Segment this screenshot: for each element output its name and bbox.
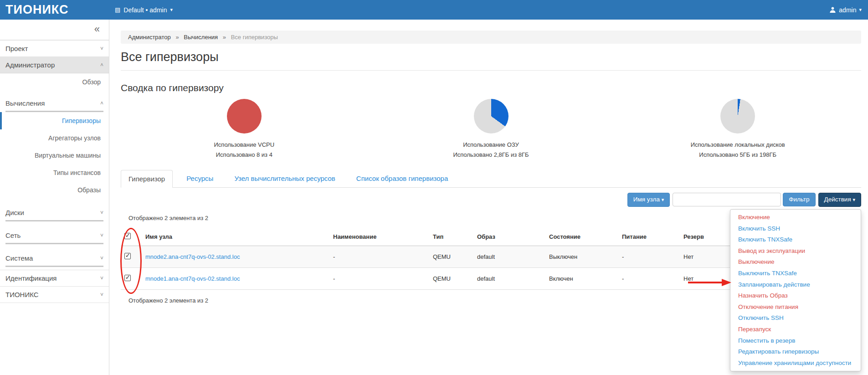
cell-power: - (618, 246, 680, 268)
chevron-down-icon: ˅ (100, 232, 103, 239)
sidebar-group-label: Система (5, 254, 33, 262)
sidebar-item-admin[interactable]: Администратор ˄ (0, 57, 109, 73)
user-icon (829, 6, 836, 13)
sidebar-item-identity[interactable]: Идентификация ˅ (0, 270, 109, 286)
window-icon: ▤ (115, 6, 120, 13)
breadcrumb-current: Все гипервизоры (231, 34, 278, 41)
sidebar-group-compute[interactable]: Вычисления ˄ (5, 95, 103, 112)
column-header-image[interactable]: Образ (473, 228, 545, 246)
sidebar-item-label: Администратор (5, 61, 55, 69)
sidebar-group-label: Вычисления (5, 99, 45, 107)
chart-subtitle: Использовано 5ГБ из 198ГБ (614, 151, 861, 158)
chevron-down-icon: ˅ (100, 46, 103, 52)
actions-button[interactable]: Действия ▾ (818, 193, 861, 207)
sidebar-group-label: Диски (5, 209, 24, 216)
cell-image: default (473, 268, 545, 290)
actions-dropdown-menu: Включение Включить SSH Включить TNXSafe … (730, 209, 861, 371)
menu-item-assign-image[interactable]: Назначить Образ (730, 290, 861, 302)
node-name-link[interactable]: mnode2.ana-cnt7q-ovs-02.stand.loc (145, 253, 240, 260)
context-switcher[interactable]: ▤ Default • admin ▾ (115, 6, 173, 14)
sidebar-item-instances[interactable]: Виртуальные машины (0, 147, 109, 164)
sidebar-item-label: Идентификация (5, 274, 56, 282)
cell-naming: - (329, 268, 429, 290)
breadcrumb-compute[interactable]: Вычисления (184, 34, 218, 41)
menu-item-enable-ssh[interactable]: Включить SSH (730, 223, 861, 235)
menu-item-disable-tnxsafe[interactable]: Выключить TNXSafe (730, 268, 861, 279)
breadcrumb-separator: » (175, 34, 179, 41)
chart-subtitle: Использовано 2,8ГБ из 8ГБ (368, 151, 615, 158)
cell-type: QEMU (429, 246, 473, 268)
column-header-type[interactable]: Тип (429, 228, 473, 246)
menu-item-power-off[interactable]: Выключение (730, 257, 861, 268)
tab-hypervisor-images[interactable]: Список образов гипервизора (349, 170, 455, 188)
sidebar-collapse-button[interactable]: « (0, 20, 109, 40)
hypervisor-summary-charts: Использование VCPU Использовано 8 из 4 И… (121, 99, 861, 158)
topbar: ТИОНИКС ▤ Default • admin ▾ admin ▾ (0, 0, 868, 20)
chevron-down-icon: ▾ (859, 7, 862, 13)
sidebar-group-network[interactable]: Сеть ˅ (5, 227, 103, 244)
sidebar-item-label: ТИОНИКС (5, 291, 39, 298)
breadcrumb-admin[interactable]: Администратор (128, 34, 171, 41)
disk-usage-chart: Использование локальных дисков Использов… (614, 99, 861, 158)
cell-naming: - (329, 246, 429, 268)
actions-button-label: Действия (824, 196, 851, 203)
menu-item-power-disconnect[interactable]: Отключение питания (730, 302, 861, 313)
disk-pie-chart (720, 99, 755, 134)
menu-item-disable-ssh[interactable]: Отключить SSH (730, 313, 861, 324)
chevron-down-icon: ˅ (100, 292, 103, 298)
user-menu[interactable]: admin ▾ (829, 6, 862, 14)
sidebar-item-tionix[interactable]: ТИОНИКС ˅ (0, 286, 109, 303)
sidebar-item-flavors[interactable]: Типы инстансов (0, 164, 109, 181)
column-header-naming[interactable]: Наименование (329, 228, 429, 246)
tionix-logo[interactable]: ТИОНИКС (0, 3, 109, 17)
column-header-state[interactable]: Состояние (545, 228, 618, 246)
menu-item-put-in-reserve[interactable]: Поместить в резерв (730, 335, 861, 347)
filter-field-dropdown[interactable]: Имя узла ▾ (627, 193, 670, 207)
chevron-down-icon: ▾ (853, 197, 855, 202)
sidebar-item-host-aggregates[interactable]: Агрегаторы узлов (0, 129, 109, 147)
menu-item-edit-hypervisors[interactable]: Редактировать гипервизоры (730, 346, 861, 358)
row-checkbox[interactable] (124, 275, 131, 281)
breadcrumb: Администратор » Вычисления » Все гиперви… (121, 31, 861, 44)
menu-item-decommission[interactable]: Вывод из эксплуатации (730, 246, 861, 257)
cell-state: Выключен (545, 246, 618, 268)
sidebar-group-system[interactable]: Система ˅ (5, 250, 103, 267)
ram-usage-chart: Использование ОЗУ Использовано 2,8ГБ из … (368, 99, 615, 158)
vcpu-pie-chart (227, 99, 262, 134)
menu-item-manage-availability-storages[interactable]: Управление хранилищами доступности (730, 358, 861, 369)
sidebar-group-label: Сеть (5, 231, 21, 239)
cell-power: - (618, 268, 680, 290)
node-name-link[interactable]: mnode1.ana-cnt7q-ovs-02.stand.loc (145, 275, 240, 282)
sidebar-item-images[interactable]: Образы (0, 181, 109, 199)
chart-title: Использование VCPU (121, 141, 368, 148)
summary-title: Сводка по гипервизору (121, 82, 861, 93)
chevron-down-icon: ˅ (100, 210, 103, 216)
search-input[interactable] (673, 193, 781, 206)
chart-subtitle: Использовано 8 из 4 (121, 151, 368, 158)
filter-field-label: Имя узла (633, 196, 660, 203)
cell-image: default (473, 246, 545, 268)
tab-hypervisor[interactable]: Гипервизор (121, 170, 173, 188)
sidebar-item-overview[interactable]: Обзор (0, 73, 109, 91)
cell-type: QEMU (429, 268, 473, 290)
context-label: Default • admin (123, 6, 167, 14)
column-header-power[interactable]: Питание (618, 228, 680, 246)
menu-item-power-on[interactable]: Включение (730, 212, 861, 223)
sidebar-group-volumes[interactable]: Диски ˅ (5, 205, 103, 221)
menu-item-schedule-action[interactable]: Запланировать действие (730, 279, 861, 291)
menu-item-restart[interactable]: Перезапуск (730, 324, 861, 335)
vcpu-usage-chart: Использование VCPU Использовано 8 из 4 (121, 99, 368, 158)
sidebar-item-hypervisors[interactable]: Гипервизоры (0, 112, 109, 129)
select-all-checkbox[interactable] (124, 233, 131, 239)
chevron-down-icon: ▾ (170, 7, 173, 13)
sidebar-item-project[interactable]: Проект ˅ (0, 40, 109, 57)
chevron-down-icon: ˅ (100, 275, 103, 282)
chevron-up-icon: ˄ (100, 100, 103, 107)
tab-bar: Гипервизор Ресурсы Узел вычислительных р… (121, 170, 861, 188)
menu-item-enable-tnxsafe[interactable]: Включить TNXSafe (730, 234, 861, 246)
tab-resources[interactable]: Ресурсы (179, 170, 221, 188)
filter-button[interactable]: Фильтр (783, 193, 815, 206)
column-header-node-name[interactable]: Имя узла (142, 228, 329, 246)
row-checkbox[interactable] (124, 253, 131, 259)
tab-compute-host[interactable]: Узел вычислительных ресурсов (227, 170, 342, 188)
